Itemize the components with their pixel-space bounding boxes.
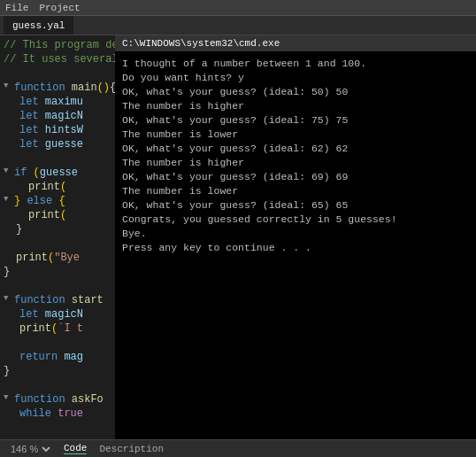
terminal-line: Do you want hints? y xyxy=(122,71,469,85)
terminal-line: OK, what's your guess? (ideal: 50) 50 xyxy=(122,85,469,99)
code-line-if: ▼ if (guesse xyxy=(0,167,124,181)
code-line-print-bye: print("Bye xyxy=(0,252,124,266)
code-line-close-if: } xyxy=(0,223,124,237)
code-line-print2: print( xyxy=(0,209,124,223)
terminal-line: OK, what's your guess? (ideal: 65) 65 xyxy=(122,198,469,213)
code-line-empty2 xyxy=(0,152,124,167)
main-area: // This program demonstrates how you can… xyxy=(0,35,476,439)
description-tab[interactable]: Description xyxy=(99,444,164,454)
file-menu[interactable]: File xyxy=(5,3,28,13)
code-line-print-i: print(`I t xyxy=(0,322,124,337)
terminal-line: Press any key to continue . . . xyxy=(122,241,469,255)
collapse-start-icon[interactable]: ▼ xyxy=(4,294,12,303)
terminal-line: Bye. xyxy=(122,227,469,241)
code-line-empty4 xyxy=(0,280,124,294)
terminal-title-bar: C:\WINDOWS\system32\cmd.exe xyxy=(115,35,476,51)
terminal-window: C:\WINDOWS\system32\cmd.exe I thought of… xyxy=(115,35,476,439)
code-line-fn-start: ▼ function start xyxy=(0,294,124,308)
terminal-line: OK, what's your guess? (ideal: 75) 75 xyxy=(122,113,469,128)
tabs-bar: guess.yal xyxy=(0,16,476,35)
code-line-let-hints: let hintsW xyxy=(0,124,124,138)
code-line-close-start: } xyxy=(0,365,124,379)
title-bar: File Project xyxy=(0,0,476,16)
code-line-empty1 xyxy=(0,67,124,81)
code-line-close-main: } xyxy=(0,266,124,280)
tab-guess[interactable]: guess.yal xyxy=(4,16,73,35)
collapse-else-icon[interactable]: ▼ xyxy=(4,195,12,204)
terminal-body: I thought of a number between 1 and 100.… xyxy=(115,51,476,439)
code-line-print1: print( xyxy=(0,181,124,195)
status-bar: 146 % Code Description xyxy=(0,439,476,457)
terminal-line: Congrats, you guessed correctly in 5 gue… xyxy=(122,213,469,227)
code-tab[interactable]: Code xyxy=(64,443,87,454)
code-line-return: return mag xyxy=(0,351,124,365)
code-line-empty6 xyxy=(0,379,124,393)
terminal-line: OK, what's your guess? (ideal: 69) 69 xyxy=(122,170,469,184)
code-line-empty3 xyxy=(0,237,124,252)
code-line-comment2: // It uses several functions and a rando… xyxy=(0,53,124,67)
code-line-empty5 xyxy=(0,337,124,351)
terminal-line: OK, what's your guess? (ideal: 62) 62 xyxy=(122,142,469,156)
terminal-line: The number is higher xyxy=(122,99,469,113)
zoom-select[interactable]: 146 % xyxy=(7,443,53,455)
code-line-while: while true xyxy=(0,407,124,422)
code-line-fn-main: ▼ function main(){ xyxy=(0,81,124,96)
code-line-let-max: let maximu xyxy=(0,96,124,110)
terminal-line: I thought of a number between 1 and 100. xyxy=(122,57,469,71)
code-line-let-magic: let magicN xyxy=(0,110,124,124)
code-line-let-guess: let guesse xyxy=(0,138,124,152)
code-line-else: ▼ } else { xyxy=(0,195,124,209)
code-line-let-magic2: let magicN xyxy=(0,308,124,322)
terminal-line: The number is lower xyxy=(122,128,469,142)
collapse-if-icon[interactable]: ▼ xyxy=(4,167,12,175)
collapse-main-icon[interactable]: ▼ xyxy=(4,81,12,90)
code-editor: // This program demonstrates how you can… xyxy=(0,35,124,439)
code-line-comment1: // This program demonstrates how you can… xyxy=(0,39,124,53)
code-line-fn-ask: ▼ function askFo xyxy=(0,393,124,407)
terminal-line: The number is lower xyxy=(122,184,469,198)
collapse-ask-icon[interactable]: ▼ xyxy=(4,393,12,402)
project-menu[interactable]: Project xyxy=(39,3,80,13)
terminal-line: The number is higher xyxy=(122,156,469,170)
